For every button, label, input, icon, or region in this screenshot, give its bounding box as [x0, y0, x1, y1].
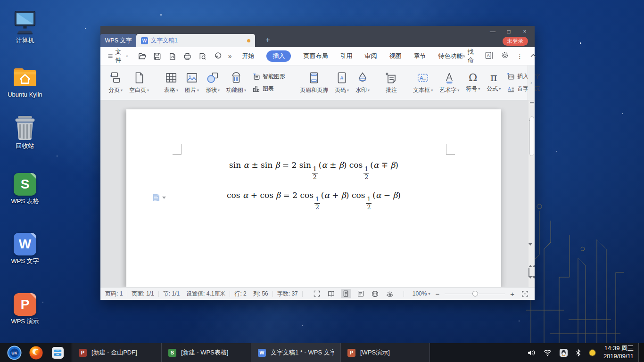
zoom-level-dropdown[interactable]: 100% ▾	[413, 290, 430, 297]
status-word-count[interactable]: 字数: 37	[277, 290, 298, 298]
firefox-launcher[interactable]	[28, 345, 43, 360]
page-number-icon: #	[335, 71, 348, 84]
more-commands-icon[interactable]: »	[228, 52, 232, 60]
status-section[interactable]: 节: 1/1	[163, 290, 180, 298]
ribbon-page-number-button[interactable]: # 页码▾	[331, 69, 352, 96]
outline-view-button[interactable]	[355, 289, 366, 298]
zoom-slider[interactable]	[445, 290, 505, 297]
document-tab[interactable]: W 文字文稿1	[136, 34, 255, 47]
ribbon-comment-button[interactable]: 批注	[381, 69, 401, 96]
volume-icon[interactable]	[527, 349, 536, 357]
status-page-number[interactable]: 页码: 1	[105, 290, 123, 298]
ribbon-drop-cap-button[interactable]: A 首字下沉	[507, 85, 540, 93]
ribbon-wordart-button[interactable]: 艺术字▾	[436, 69, 462, 96]
browse-object-button[interactable]	[528, 268, 535, 277]
fullscreen-view-button[interactable]	[312, 289, 322, 298]
desktop-icon-computer[interactable]: 计算机	[7, 8, 43, 45]
status-pages[interactable]: 页面: 1/1	[132, 290, 154, 298]
paste-options-button[interactable]	[152, 193, 166, 202]
document-page[interactable]: sin α ± sin β = 2 sin12(α ± β) cos12(α ∓…	[126, 109, 501, 287]
taskbar-clock[interactable]: 14:39 周三 2019/09/11	[603, 345, 634, 361]
ribbon-formula-button[interactable]: π 公式▾	[483, 71, 504, 95]
desktop-icon-wps-spreadsheet[interactable]: S WPS 表格	[7, 168, 43, 206]
ribbon-insert-number-button[interactable]: 123 插入数字	[507, 73, 540, 81]
zoom-in-button[interactable]: +	[509, 290, 515, 298]
file-manager-launcher[interactable]	[50, 345, 65, 360]
computer-icon	[11, 8, 39, 35]
kylin-assistant-icon[interactable]	[559, 348, 568, 357]
status-bar: 页码: 1 页面: 1/1 节: 1/1 设置值: 4.1厘米 行: 2 列: …	[100, 287, 535, 300]
taskbar-item-pdf[interactable]: P [新建 - 金山PDF]	[72, 343, 161, 362]
next-page-button[interactable]	[528, 279, 535, 287]
app-tab[interactable]: WPS 文字	[100, 34, 136, 47]
settings-gear-icon[interactable]	[501, 51, 509, 61]
input-assistant-icon[interactable]: A	[485, 51, 494, 62]
scroll-down-button[interactable]	[528, 246, 535, 254]
close-button[interactable]: ×	[519, 27, 531, 36]
page-layout-view-button[interactable]	[341, 289, 351, 298]
ribbon-blank-page-button[interactable]: 空白页▾	[126, 69, 152, 96]
desktop-icon-ubuntu-kylin[interactable]: Ubuntu Kylin	[7, 62, 43, 99]
zoom-out-button[interactable]: −	[434, 290, 440, 298]
taskbar-item-writer[interactable]: W 文字文稿1 * - WPS 文字	[251, 343, 340, 362]
status-line[interactable]: 行: 2	[234, 290, 246, 298]
uk-logo-icon: UK	[7, 346, 22, 360]
print-button[interactable]	[183, 52, 192, 61]
fit-page-button[interactable]	[520, 289, 530, 298]
eye-protection-button[interactable]	[385, 289, 395, 298]
ribbon-function-chart-button[interactable]: 功能图▾	[223, 69, 249, 96]
taskbar-item-spreadsheet[interactable]: S [新建 - WPS表格]	[161, 343, 251, 362]
ubuntu-kylin-menu-button[interactable]: UK	[7, 345, 22, 360]
scrollbar-ruler-toggle[interactable]	[528, 102, 535, 104]
ribbon-picture-button[interactable]: 图片▾	[182, 69, 202, 96]
status-setting[interactable]: 设置值: 4.1厘米	[186, 290, 225, 298]
tab-home[interactable]: 开始	[242, 52, 254, 60]
desktop-icon-wps-presentation[interactable]: P WPS 演示	[7, 288, 43, 326]
tab-view[interactable]: 视图	[389, 52, 401, 60]
desktop-icon-wps-writer[interactable]: W WPS 文字	[7, 228, 43, 265]
collapse-ribbon-icon[interactable]	[530, 52, 537, 60]
login-button[interactable]: 未登录	[503, 37, 528, 46]
read-layout-button[interactable]	[326, 289, 337, 298]
desktop-icon-recycle-bin[interactable]: 回收站	[7, 113, 43, 150]
ribbon-chart-button[interactable]: 图表	[252, 85, 285, 93]
zoom-slider-knob[interactable]	[472, 291, 478, 296]
ribbon-header-footer-button[interactable]: 页眉和页脚	[297, 69, 331, 96]
tab-review[interactable]: 审阅	[364, 52, 377, 60]
taskbar-item-presentation[interactable]: P [WPS演示]	[340, 343, 430, 362]
save-button[interactable]	[153, 52, 162, 61]
weather-indicator-icon[interactable]	[588, 349, 596, 357]
previous-page-button[interactable]	[528, 257, 535, 265]
vertical-scrollbar[interactable]	[528, 100, 535, 287]
minimize-button[interactable]: —	[487, 27, 499, 36]
web-layout-button[interactable]	[370, 289, 380, 298]
scrollbar-thumb[interactable]	[529, 116, 534, 156]
ribbon-shapes-button[interactable]: 形状▾	[202, 69, 223, 96]
ribbon-table-button[interactable]: 表格▾	[161, 69, 182, 96]
tab-special-features[interactable]: 特色功能	[438, 52, 462, 60]
wifi-icon[interactable]	[543, 349, 552, 356]
export-pdf-button[interactable]	[168, 52, 177, 61]
new-tab-button[interactable]: +	[263, 35, 273, 45]
tab-page-layout[interactable]: 页面布局	[303, 52, 328, 60]
ribbon-textbox-button[interactable]: A 文本框▾	[410, 69, 436, 96]
ribbon-symbol-button[interactable]: Ω 符号▾	[462, 71, 483, 95]
show-desktop-button[interactable]	[638, 343, 644, 362]
taskbar-buttons: P [新建 - 金山PDF] S [新建 - WPS表格] W 文字文稿1 * …	[72, 343, 430, 362]
tab-insert[interactable]: 插入	[266, 50, 291, 62]
ribbon-watermark-button[interactable]: 水印▾	[352, 69, 373, 96]
ribbon-smartart-button[interactable]: 智能图形	[252, 73, 285, 81]
ribbon-page-break-button[interactable]: 分页▾	[105, 69, 126, 96]
print-preview-button[interactable]	[198, 52, 207, 61]
bluetooth-icon[interactable]	[575, 349, 581, 357]
more-menu-icon[interactable]: ⋮	[516, 52, 523, 60]
ribbon-overflow-button[interactable]: ›	[528, 66, 535, 100]
tab-references[interactable]: 引用	[340, 52, 352, 60]
taskbar-item-label: [新建 - 金山PDF]	[91, 348, 137, 357]
undo-button[interactable]	[213, 52, 222, 61]
tab-section[interactable]: 章节	[413, 52, 426, 60]
file-menu[interactable]: 文件 ˅	[108, 48, 128, 65]
maximize-button[interactable]: □	[503, 27, 515, 36]
open-button[interactable]	[138, 52, 147, 61]
status-column[interactable]: 列: 56	[253, 290, 268, 298]
